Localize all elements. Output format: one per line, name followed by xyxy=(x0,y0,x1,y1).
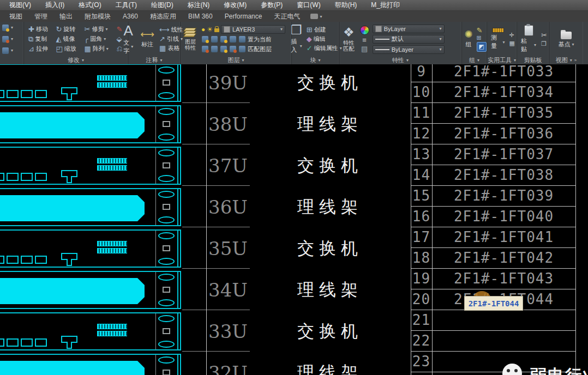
layer-tool-icon[interactable] xyxy=(239,46,245,52)
rack-device-name[interactable]: 理线架 xyxy=(252,362,408,375)
modify-tool-圆角[interactable]: ╭圆角▾ xyxy=(84,35,112,43)
table-row-value[interactable]: 2F1#-1FT036 xyxy=(432,126,575,141)
set-current-layer-button[interactable]: 置为当前 xyxy=(248,35,272,44)
table-row-value[interactable]: 2F1#-1FT035 xyxy=(432,105,575,120)
panel-label-clipboard[interactable]: 剪贴板 xyxy=(517,56,549,64)
rack-unit-label[interactable]: 38U xyxy=(207,113,249,135)
rack-device-name[interactable]: 交换机 xyxy=(252,155,408,177)
rack-device-32U[interactable] xyxy=(0,354,181,375)
menu-item[interactable]: 帮助(H) xyxy=(328,1,364,10)
table-row-number[interactable]: 11 xyxy=(411,105,432,120)
ungroup-icon[interactable]: ⊞ xyxy=(477,35,487,41)
table-row-number[interactable]: 15 xyxy=(411,188,432,203)
table-row-number[interactable]: 21 xyxy=(411,312,432,328)
menu-item[interactable]: 标注(N) xyxy=(181,1,217,10)
menu-item[interactable]: M_批打印 xyxy=(364,1,407,10)
base-point-button[interactable]: 基点▾ xyxy=(556,29,576,49)
rack-device-37U[interactable] xyxy=(0,147,181,185)
layer-tool-icon[interactable] xyxy=(220,36,227,43)
dropdown-icon[interactable]: ▾ xyxy=(11,25,13,30)
draw-tool-icon[interactable] xyxy=(2,36,9,43)
rack-device-name[interactable]: 交换机 xyxy=(252,238,408,259)
rack-unit-label[interactable]: 35U xyxy=(207,238,249,259)
rack-unit-label[interactable]: 34U xyxy=(207,279,249,301)
rack-device-name[interactable]: 理线架 xyxy=(252,279,408,301)
panel-label-layers[interactable]: 图层▾ xyxy=(181,56,291,64)
drawing-canvas[interactable]: 视][二维线框] 39U交换机38U理线架37U交换机36U理线架35U交换机3… xyxy=(0,64,588,375)
measure-button[interactable]: 测量▾ xyxy=(489,28,507,50)
block-tool-编辑属性[interactable]: ✓编辑属性▾ xyxy=(307,44,342,52)
panel-label-view[interactable]: 视图▾ » xyxy=(549,56,583,64)
layer-tool-icon[interactable] xyxy=(230,46,236,52)
panel-label-group[interactable]: 组▾ xyxy=(462,56,487,64)
quick-calc-icon[interactable]: ▦ xyxy=(509,40,515,46)
rack-device-name[interactable]: 理线架 xyxy=(252,113,408,135)
ribbon-tab[interactable]: 输出 xyxy=(53,12,79,21)
table-row-value[interactable]: 2F1#-1FT034 xyxy=(432,84,575,100)
ribbon-tab[interactable]: 精选应用 xyxy=(144,12,182,21)
modify-tool-拉伸[interactable]: ⊿拉伸 xyxy=(28,45,52,53)
rack-unit-label[interactable]: 39U xyxy=(207,72,249,94)
table-row-value[interactable]: 2F1#-1FT042 xyxy=(432,250,575,265)
rack-device-name[interactable]: 交换机 xyxy=(252,72,408,94)
lineweight-icon[interactable]: ≡ xyxy=(362,37,367,44)
menu-item[interactable]: 格式(O) xyxy=(71,1,108,10)
menu-item[interactable]: 窗口(W) xyxy=(290,1,327,10)
table-row-number[interactable]: 17 xyxy=(411,229,432,245)
dropdown-icon[interactable]: ▾ xyxy=(11,37,13,41)
paste-button[interactable]: 粘贴▾ xyxy=(519,25,538,53)
rack-device-38U[interactable] xyxy=(0,105,181,143)
modify-tool-镜像[interactable]: ◭镜像 xyxy=(56,35,80,43)
cut-icon[interactable]: ✂ xyxy=(541,32,547,39)
insert-block-button[interactable]: ❐ 插入▾ xyxy=(289,24,304,54)
group-edit-icon[interactable]: ✎ xyxy=(477,27,487,34)
layer-properties-button[interactable]: 图层特性 xyxy=(182,28,199,51)
dimension-tool-button[interactable]: ⟷ 标注 xyxy=(138,29,157,49)
table-row-number[interactable]: 13 xyxy=(411,147,432,162)
table-row-value[interactable]: 2F1#-1FT033 xyxy=(432,64,575,79)
rack-device-36U[interactable] xyxy=(0,188,181,226)
panel-label-utilities[interactable]: 实用工具▾ xyxy=(487,56,517,64)
modify-tool-缩放[interactable]: ◰缩放 xyxy=(56,45,80,53)
rack-device-name[interactable]: 交换机 xyxy=(252,320,408,342)
table-row-value[interactable]: 2F1#-1FT037 xyxy=(432,147,575,162)
table-row-value[interactable]: 2F1#-1FT043 xyxy=(432,271,575,286)
layer-tool-icon[interactable] xyxy=(211,36,218,43)
color-wheel-icon[interactable] xyxy=(360,26,369,35)
table-row-number[interactable]: 12 xyxy=(411,126,432,141)
menu-item[interactable]: 插入(I) xyxy=(38,1,71,10)
modify-tool-移动[interactable]: ✚移动 xyxy=(28,25,52,33)
layer-tool-icon[interactable] xyxy=(202,46,208,52)
block-tool-编辑[interactable]: ◆编辑 xyxy=(307,35,342,43)
object-color-select[interactable]: ByLayer ▾ xyxy=(373,25,445,33)
group-select-on-icon[interactable]: ◩ xyxy=(477,42,487,52)
table-row-number[interactable]: 10 xyxy=(411,84,432,100)
layer-tool-icon[interactable] xyxy=(239,36,245,43)
modify-tool-阵列[interactable]: ▦阵列▾ xyxy=(84,45,112,53)
draw-tool-icon[interactable] xyxy=(2,25,9,31)
layer-lock-icon[interactable] xyxy=(214,28,219,32)
table-row-number[interactable]: 14 xyxy=(411,167,432,183)
ribbon-tab[interactable]: 天正电气 xyxy=(268,12,306,21)
table-row-number[interactable]: 19 xyxy=(411,271,432,286)
table-row-value[interactable]: 2F1#-1FT038 xyxy=(432,167,575,183)
panel-label-modify[interactable]: 修改▾ xyxy=(24,56,128,64)
menu-item[interactable]: 修改(M) xyxy=(217,1,254,10)
table-row-number[interactable]: 20 xyxy=(411,292,432,307)
menu-item[interactable]: 绘图(D) xyxy=(144,1,181,10)
rack-device-34U[interactable] xyxy=(0,271,181,309)
block-tool-创建[interactable]: ⊞创建 xyxy=(307,26,342,34)
layer-freeze-icon[interactable]: ☀ xyxy=(207,26,213,33)
rack-unit-label[interactable]: 33U xyxy=(207,320,249,342)
table-row-number[interactable]: 16 xyxy=(411,209,432,224)
linetype-select[interactable]: ByLayer ▾ xyxy=(373,45,445,54)
layer-tool-icon[interactable] xyxy=(220,46,227,52)
rack-unit-label[interactable]: 37U xyxy=(207,155,249,177)
menu-item[interactable]: 参数(P) xyxy=(254,1,290,10)
tab-overflow[interactable]: ▾ xyxy=(310,14,322,19)
id-point-icon[interactable]: ✛ xyxy=(509,32,515,38)
ribbon-tab[interactable]: 附加模块 xyxy=(79,12,117,21)
table-row-number[interactable]: 9 xyxy=(411,64,432,79)
rack-device-35U[interactable] xyxy=(0,229,181,268)
dropdown-icon[interactable]: ▾ xyxy=(11,48,13,53)
